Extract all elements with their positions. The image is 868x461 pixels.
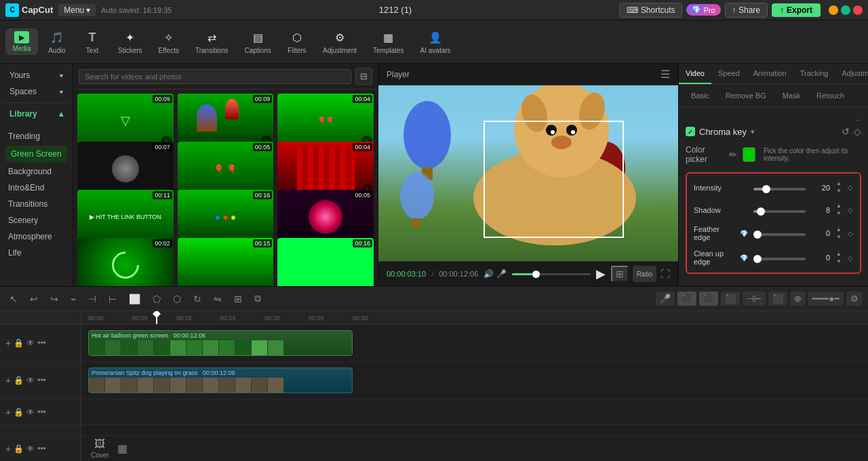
subtab-retouch[interactable]: Retouch (810, 89, 851, 102)
eye-icon-3[interactable]: 👁 (26, 407, 35, 417)
spaces-nav[interactable]: Spaces ▾ (4, 84, 68, 99)
add-track-icon[interactable]: + (5, 338, 11, 348)
sidebar-item-background[interactable]: Background (3, 163, 70, 180)
reset-button[interactable]: ↺ (842, 126, 850, 137)
chroma-key-checkbox[interactable]: ✓ (686, 127, 695, 136)
toolbar-media[interactable]: ▶ Media (5, 28, 38, 55)
media-thumb-11[interactable]: 00:15 (178, 238, 274, 286)
sidebar-item-trending[interactable]: Trending (3, 128, 70, 144)
feather-down[interactable]: ▼ (835, 234, 842, 241)
fit-icon[interactable]: ⊞ (611, 266, 629, 282)
toolbar-effects[interactable]: ✧ Effects (152, 26, 186, 57)
sidebar-item-scenery[interactable]: Scenery (3, 212, 70, 228)
grid-icon[interactable]: ▦ (117, 442, 127, 455)
media-thumb-1[interactable]: ▽ 00:09 ↓ (77, 94, 174, 148)
tab-speed[interactable]: Speed (711, 64, 747, 84)
toolbar-stickers[interactable]: ✦ Stickers (111, 26, 149, 57)
filter-button[interactable]: ⊟ (355, 68, 372, 85)
yours-nav[interactable]: Yours ▾ (4, 68, 68, 83)
settings-button[interactable]: ⚙ (846, 292, 863, 306)
media-thumb-3[interactable]: 🎈🎈 00:04 ↓ (277, 94, 374, 148)
tab-tracking[interactable]: Tracking (793, 64, 835, 84)
align-tool[interactable]: ⊞ (230, 291, 246, 307)
eye-icon-cover[interactable]: 👁 (26, 444, 35, 454)
more-tool[interactable]: ⧉ (250, 290, 265, 307)
play-button[interactable]: ▶ (596, 266, 606, 281)
shadow-keyframe[interactable]: ◇ (848, 206, 853, 214)
loop-tool[interactable]: ↻ (189, 291, 205, 307)
toolbar-filters[interactable]: ⬡ Filters (281, 26, 313, 57)
add-track-icon-2[interactable]: + (5, 375, 11, 386)
diamond-button[interactable]: ◇ (854, 126, 861, 137)
cleanup-edge-slider[interactable] (753, 258, 806, 260)
add-icon[interactable]: + (5, 443, 11, 454)
lock-icon-3[interactable]: 🔒 (14, 407, 24, 417)
lock-icon-cover[interactable]: 🔒 (14, 444, 24, 454)
tab-video[interactable]: Video (679, 64, 711, 84)
sidebar-item-green-screen[interactable]: Green Screen (5, 146, 67, 162)
subtab-mask[interactable]: Mask (776, 89, 807, 102)
shadow-up[interactable]: ▲ (835, 203, 842, 209)
media-thumb-5[interactable]: 🎈🎈 00:05 (178, 142, 274, 196)
toolbar-ai-avatars[interactable]: 👤 AI avatars (414, 26, 458, 57)
media-thumb-9[interactable]: 00:05 (277, 190, 374, 244)
audio-layer-button[interactable]: ⬛ (699, 292, 718, 306)
tab-adjustment[interactable]: Adjustmen... (835, 64, 868, 84)
delete-button[interactable]: ⬜ (125, 291, 144, 307)
color-swatch[interactable] (743, 147, 755, 162)
media-thumb-10[interactable]: 00:02 (77, 238, 174, 286)
zoom-button[interactable]: ⊕ (790, 292, 806, 306)
zoom-slider[interactable]: ━━━●━ (808, 292, 844, 306)
more-icon[interactable]: ••• (37, 338, 46, 348)
layer-button[interactable]: ⬛ (721, 292, 740, 306)
media-thumb-4[interactable]: 00:07 (77, 142, 174, 196)
crop-tool[interactable]: ⬡ (169, 291, 185, 307)
more-icon-2[interactable]: ••• (37, 376, 46, 385)
sidebar-item-atmosphere[interactable]: Atmosphere (3, 228, 70, 245)
clip-video2[interactable]: Pomeranian Spitz dog playing on grass 00… (88, 367, 353, 393)
lock-icon-2[interactable]: 🔒 (14, 376, 24, 385)
more-icon-3[interactable]: ••• (37, 407, 46, 417)
toolbar-captions[interactable]: ▤ Captions (238, 26, 278, 57)
ratio-button[interactable]: Ratio (633, 266, 656, 282)
media-thumb-7[interactable]: ▶ HIT THE LINK BUTTON 00:11 (77, 190, 174, 244)
trim-right-button[interactable]: ⊢ (104, 291, 121, 307)
toolbar-audio[interactable]: 🎵 Audio (41, 26, 73, 57)
eye-icon[interactable]: 👁 (26, 338, 35, 348)
shadow-slider[interactable] (753, 210, 806, 213)
volume-icon[interactable]: 🔊 (484, 269, 494, 279)
feather-keyframe[interactable]: ◇ (848, 230, 853, 237)
more-icon-cover[interactable]: ••• (37, 444, 46, 454)
intensity-down[interactable]: ▼ (835, 188, 842, 195)
eyedropper-icon[interactable]: ✏ (729, 149, 737, 160)
subtab-basic[interactable]: Basic (684, 89, 716, 102)
subtab-remove-bg[interactable]: Remove BG (719, 89, 773, 102)
lock-icon[interactable]: 🔒 (14, 338, 24, 348)
intensity-slider[interactable] (753, 188, 806, 191)
feather-edge-slider[interactable] (753, 233, 806, 236)
flip-tool[interactable]: ⇋ (210, 291, 226, 307)
eye-icon-2[interactable]: 👁 (26, 376, 35, 385)
intensity-keyframe[interactable]: ◇ (848, 184, 853, 191)
fullscreen-button[interactable]: ⛶ (660, 266, 670, 282)
redo-button[interactable]: ↪ (46, 291, 62, 307)
export-button[interactable]: ↑ Export (772, 3, 821, 17)
media-thumb-12[interactable]: 00:16 (277, 238, 374, 286)
share-button[interactable]: ↑ Share (725, 3, 768, 18)
toolbar-text[interactable]: T Text (76, 26, 108, 57)
menu-button[interactable]: Menu ▾ (58, 4, 96, 16)
split-audio-button[interactable]: ⊣⊢ (743, 292, 766, 306)
toolbar-transitions[interactable]: ⇄ Transitions (189, 26, 235, 57)
sidebar-item-intro-end[interactable]: Intro&End (3, 180, 70, 196)
scene-button[interactable]: ⬛ (768, 292, 787, 306)
tab-animation[interactable]: Animation (747, 64, 793, 84)
cleanup-up[interactable]: ▲ (835, 251, 842, 258)
feather-up[interactable]: ▲ (835, 226, 842, 233)
cleanup-keyframe[interactable]: ◇ (848, 254, 853, 262)
sidebar-item-life[interactable]: Life (3, 245, 70, 261)
player-menu-icon[interactable]: ☰ (660, 68, 670, 81)
clip-video1[interactable]: Hot air balloon green screen 00:00:12:06 (88, 330, 353, 356)
mic-record-button[interactable]: 🎤 (656, 292, 675, 306)
media-thumb-2[interactable]: 00:09 ↓ (178, 94, 274, 148)
sidebar-item-transitions[interactable]: Transitions (3, 196, 70, 212)
